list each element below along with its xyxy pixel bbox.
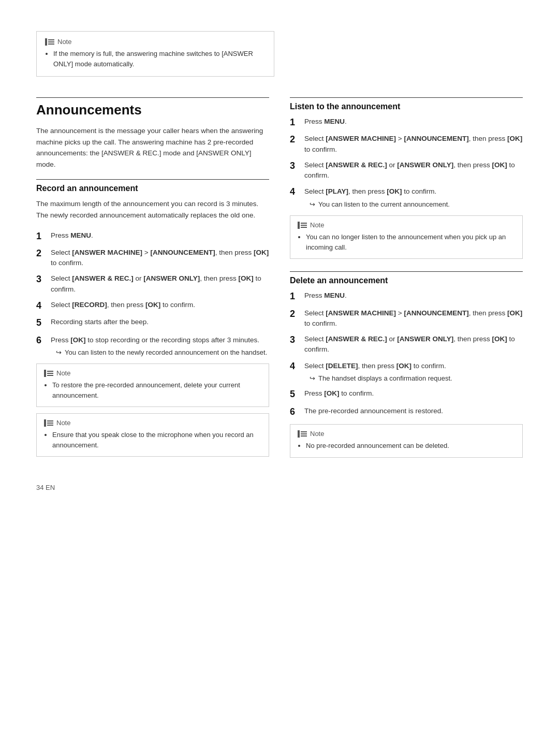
delete-step-3: 3 Select [ANSWER & REC.] or [ANSWER ONLY… [290,334,523,355]
left-column: Announcements The announcement is the me… [36,92,269,463]
listen-note: Note You can no longer listen to the ann… [290,215,523,259]
svg-rect-4 [44,370,46,377]
svg-rect-3 [48,43,54,45]
top-note-box: Note If the memory is full, the answerin… [36,31,274,77]
record-step-4: 4 Select [RECORD], then press [OK] to co… [36,300,269,312]
svg-rect-18 [301,433,307,434]
top-note-item: If the memory is full, the answering mac… [53,49,266,69]
listen-note-label: Note [310,221,324,229]
record-note-2-text: Ensure that you speak close to the micro… [44,430,261,450]
svg-rect-13 [301,223,307,224]
svg-rect-11 [47,425,53,426]
listen-step-4: 4 Select [PLAY], then press [OK] to conf… [290,186,523,209]
announcements-title: Announcements [36,102,269,118]
note-icon [45,38,54,46]
svg-rect-17 [301,431,307,432]
record-divider [36,179,269,180]
svg-rect-19 [301,435,307,437]
delete-title: Delete an announcement [290,276,523,285]
delete-step-1: 1 Press MENU. [290,290,523,302]
record-step-2: 2 Select [ANSWER MACHINE] > [ANNOUNCEMEN… [36,248,269,269]
two-col-layout: Announcements The announcement is the me… [36,92,523,463]
record-note-1-header: Note [44,369,261,377]
listen-note-text: You can no longer listen to the announce… [298,232,515,252]
delete-note-text: No pre-recorded announcement can be dele… [298,441,515,451]
svg-rect-0 [45,38,47,46]
note-icon-1 [44,370,53,377]
record-step-5: 5 Recording starts after the beep. [36,317,269,329]
svg-rect-14 [301,225,307,226]
note-icon-2 [44,419,53,427]
note-icon-listen [298,222,307,229]
top-note-header: Note [45,38,266,46]
record-note-2-label: Note [56,419,70,427]
delete-step-2: 2 Select [ANSWER MACHINE] > [ANNOUNCEMEN… [290,308,523,329]
delete-step-5: 5 Press [OK] to confirm. [290,388,523,400]
listen-step-2: 2 Select [ANSWER MACHINE] > [ANNOUNCEMEN… [290,134,523,155]
svg-rect-10 [47,423,53,424]
listen-steps-list: 1 Press MENU. 2 Select [ANSWER MACHINE] … [290,117,523,209]
listen-divider [290,97,523,98]
record-note-1: Note To restore the pre-recorded announc… [36,364,269,407]
delete-divider [290,271,523,272]
svg-rect-12 [298,222,300,229]
delete-steps-list: 1 Press MENU. 2 Select [ANSWER MACHINE] … [290,290,523,418]
svg-rect-1 [48,39,54,40]
svg-rect-16 [298,430,300,438]
record-note-1-text: To restore the pre-recorded announcement… [44,380,261,400]
record-note-2: Note Ensure that you speak close to the … [36,413,269,457]
page-lang-label: EN [46,484,55,491]
delete-step-4: 4 Select [DELETE], then press [OK] to co… [290,360,523,384]
delete-note: Note No pre-recorded announcement can be… [290,424,523,458]
svg-rect-9 [47,420,53,421]
page-content: Note If the memory is full, the answerin… [36,31,523,491]
note-icon-delete [298,430,307,438]
page-number: 34 [36,484,43,491]
record-arrow-note: ↪ You can listen to the newly recorded a… [56,347,267,358]
svg-rect-7 [47,375,53,376]
delete-note-label: Note [310,430,324,438]
top-note-text: If the memory is full, the answering mac… [45,49,266,69]
listen-arrow-note: ↪ You can listen to the current announce… [310,199,450,210]
svg-rect-2 [48,41,54,42]
listen-step-1: 1 Press MENU. [290,117,523,128]
record-note-1-label: Note [56,369,70,377]
listen-title: Listen to the announcement [290,102,523,111]
record-step-1: 1 Press MENU. [36,230,269,242]
record-steps-list: 1 Press MENU. 2 Select [ANSWER MACHINE] … [36,230,269,358]
record-intro: The maximum length of the announcement y… [36,198,269,221]
announcements-intro: The announcement is the message your cal… [36,125,269,170]
delete-note-header: Note [298,430,515,438]
right-column: Listen to the announcement 1 Press MENU.… [290,92,523,463]
record-title: Record an announcement [36,184,269,193]
announcements-divider [36,97,269,98]
svg-rect-8 [44,419,46,427]
delete-arrow-note: ↪ The handset displays a confirmation re… [310,373,452,384]
record-note-2-header: Note [44,419,261,427]
record-step-6: 6 Press [OK] to stop recording or the re… [36,335,269,358]
listen-step-3: 3 Select [ANSWER & REC.] or [ANSWER ONLY… [290,160,523,181]
page-footer: 34 EN [36,484,523,491]
svg-rect-6 [47,373,53,374]
delete-step-6: 6 The pre-recorded announcement is resto… [290,406,523,418]
svg-rect-5 [47,371,53,372]
svg-rect-15 [301,227,307,228]
listen-note-header: Note [298,221,515,229]
record-step-3: 3 Select [ANSWER & REC.] or [ANSWER ONLY… [36,273,269,295]
top-note-label: Note [57,38,71,46]
